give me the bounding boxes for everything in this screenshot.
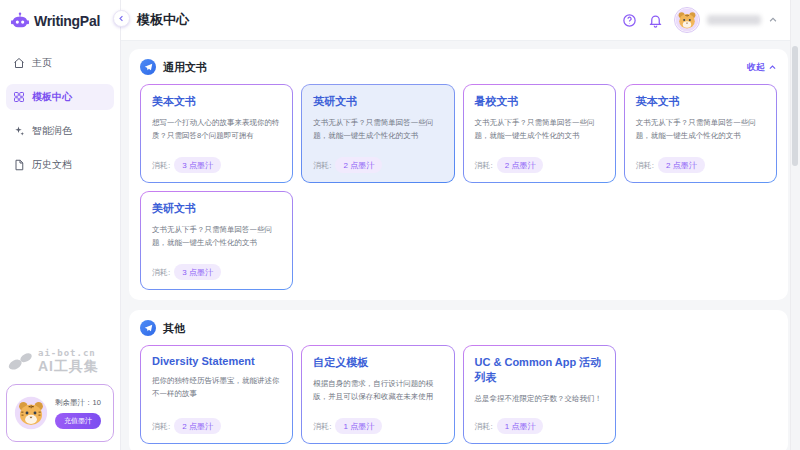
card-title: 美本文书: [152, 94, 281, 109]
header: 模板中心: [121, 0, 800, 41]
sidebar-menu: 主页 模板中心 智能润色 历史文档: [0, 44, 120, 184]
app-name: WritingPal: [34, 13, 100, 29]
card-description: 文书无从下手？只需简单回答一些问题，就能一键生成个性化的文书: [475, 116, 604, 142]
card-cost-row: 消耗: 2 点墨汁: [313, 148, 442, 173]
sidebar-item-label: 模板中心: [32, 90, 72, 104]
card-cost-row: 消耗: 1 点墨汁: [475, 409, 604, 434]
scrollbar[interactable]: [790, 0, 800, 450]
template-card[interactable]: 英研文书 文书无从下手？只需简单回答一些问题，就能一键生成个性化的文书 消耗: …: [301, 84, 454, 183]
card-cost-row: 消耗: 3 点墨汁: [152, 255, 281, 280]
cost-label: 消耗:: [152, 267, 170, 278]
account-card: 剩余墨汁：10 充值墨汁: [6, 384, 114, 442]
recharge-button[interactable]: 充值墨汁: [55, 413, 101, 429]
card-description: 根据自身的需求，自行设计问题的模版，并且可以保存和收藏在未来使用: [313, 377, 442, 403]
card-title: 英本文书: [636, 94, 765, 109]
cost-label: 消耗:: [475, 160, 493, 171]
card-description: 把你的独特经历告诉墨宝，就能讲述你不一样的故事: [152, 374, 281, 400]
ink-balance: 剩余墨汁：10: [55, 398, 101, 408]
sidebar-item-home[interactable]: 主页: [6, 50, 114, 76]
scrollbar-thumb[interactable]: [792, 46, 798, 166]
card-description: 想写一个打动人心的故事来表现你的特质？只需回答8个问题即可拥有: [152, 116, 281, 142]
card-cost-row: 消耗: 1 点墨汁: [313, 409, 442, 434]
header-actions: [622, 7, 778, 33]
card-title: 英研文书: [313, 94, 442, 109]
cost-badge: 3 点墨汁: [174, 264, 221, 280]
cost-label: 消耗:: [475, 421, 493, 432]
paper-plane-icon: [140, 320, 156, 336]
app-logo[interactable]: WritingPal: [0, 0, 120, 44]
help-icon[interactable]: [622, 13, 637, 28]
content: 通用文书 收起 美本文书 想写一个打动人心的故事来表现你的特质？只需回答8个问题…: [121, 41, 800, 450]
grid-icon: [13, 91, 25, 103]
card-description: 总是拿捏不准限定的字数？交给我们！: [475, 392, 604, 405]
section-title: 其他: [163, 321, 185, 336]
template-card[interactable]: 暑校文书 文书无从下手？只需简单回答一些问题，就能一键生成个性化的文书 消耗: …: [463, 84, 616, 183]
main-area: 模板中心: [121, 0, 800, 450]
template-card[interactable]: UC & Common App 活动列表 总是拿捏不准限定的字数？交给我们！ 消…: [463, 345, 616, 444]
cost-label: 消耗:: [152, 421, 170, 432]
watermark-line2: AI工具集: [38, 359, 99, 374]
template-card[interactable]: Diversity Statement 把你的独特经历告诉墨宝，就能讲述你不一样…: [140, 345, 293, 444]
sidebar-item-label: 主页: [32, 56, 52, 70]
card-description: 文书无从下手？只需简单回答一些问题，就能一键生成个性化的文书: [152, 223, 281, 249]
card-grid: 美本文书 想写一个打动人心的故事来表现你的特质？只需回答8个问题即可拥有 消耗:…: [140, 84, 777, 290]
card-cost-row: 消耗: 3 点墨汁: [152, 148, 281, 173]
template-card[interactable]: 美本文书 想写一个打动人心的故事来表现你的特质？只需回答8个问题即可拥有 消耗:…: [140, 84, 293, 183]
collapse-section-link[interactable]: 收起: [747, 61, 777, 74]
cost-label: 消耗:: [313, 160, 331, 171]
cost-badge: 2 点墨汁: [335, 157, 382, 173]
card-title: UC & Common App 活动列表: [475, 355, 604, 385]
section-title: 通用文书: [163, 60, 207, 75]
home-icon: [13, 57, 25, 69]
user-name-blurred: [707, 15, 761, 25]
template-card[interactable]: 美研文书 文书无从下手？只需简单回答一些问题，就能一键生成个性化的文书 消耗: …: [140, 191, 293, 290]
cost-badge: 2 点墨汁: [497, 157, 544, 173]
bell-icon[interactable]: [648, 13, 663, 28]
cost-label: 消耗:: [636, 160, 654, 171]
document-icon: [13, 159, 25, 171]
cost-badge: 2 点墨汁: [658, 157, 705, 173]
collapse-label: 收起: [747, 61, 765, 74]
card-description: 文书无从下手？只需简单回答一些问题，就能一键生成个性化的文书: [313, 116, 442, 142]
tiger-avatar: [14, 396, 48, 430]
card-title: 暑校文书: [475, 94, 604, 109]
card-cost-row: 消耗: 2 点墨汁: [152, 409, 281, 434]
sidebar-item-label: 智能润色: [32, 124, 72, 138]
sidebar-item-template-center[interactable]: 模板中心: [6, 84, 114, 110]
sparkles-icon: [13, 125, 25, 137]
section-panel: 通用文书 收起 美本文书 想写一个打动人心的故事来表现你的特质？只需回答8个问题…: [129, 49, 788, 300]
tiger-avatar: [674, 7, 700, 33]
cost-badge: 3 点墨汁: [174, 157, 221, 173]
card-cost-row: 消耗: 2 点墨汁: [475, 148, 604, 173]
user-menu[interactable]: [674, 7, 778, 33]
card-title: 自定义模板: [313, 355, 442, 370]
account-info: 剩余墨汁：10 充值墨汁: [55, 398, 101, 429]
template-card[interactable]: 英本文书 文书无从下手？只需简单回答一些问题，就能一键生成个性化的文书 消耗: …: [624, 84, 777, 183]
chevron-up-icon: [768, 15, 778, 25]
cost-badge: 2 点墨汁: [174, 418, 221, 434]
sidebar-item-history-docs[interactable]: 历史文档: [6, 152, 114, 178]
section-header: 其他: [140, 320, 777, 336]
chevron-up-icon: [768, 63, 777, 72]
sidebar: WritingPal 主页 模板中心 智能润色 历史文档 ai-bot.cn A…: [0, 0, 121, 450]
ai-bot-logo-icon: [8, 351, 34, 371]
cost-label: 消耗:: [313, 421, 331, 432]
sidebar-collapse-button[interactable]: [113, 10, 130, 27]
section-header: 通用文书 收起: [140, 59, 777, 75]
app-root: WritingPal 主页 模板中心 智能润色 历史文档 ai-bot.cn A…: [0, 0, 800, 450]
card-title: Diversity Statement: [152, 355, 281, 367]
watermark-text: ai-bot.cn AI工具集: [38, 349, 99, 374]
card-grid: Diversity Statement 把你的独特经历告诉墨宝，就能讲述你不一样…: [140, 345, 777, 444]
cost-badge: 1 点墨汁: [497, 418, 544, 434]
cost-label: 消耗:: [152, 160, 170, 171]
watermark: ai-bot.cn AI工具集: [6, 349, 114, 384]
card-title: 美研文书: [152, 201, 281, 216]
sidebar-item-smart-polish[interactable]: 智能润色: [6, 118, 114, 144]
card-description: 文书无从下手？只需简单回答一些问题，就能一键生成个性化的文书: [636, 116, 765, 142]
paper-plane-icon: [140, 59, 156, 75]
sidebar-item-label: 历史文档: [32, 158, 72, 172]
sidebar-bottom: ai-bot.cn AI工具集 剩余墨汁：10 充值墨汁: [0, 343, 120, 450]
writingpal-robot-icon: [10, 11, 30, 31]
template-card[interactable]: 自定义模板 根据自身的需求，自行设计问题的模版，并且可以保存和收藏在未来使用 消…: [301, 345, 454, 444]
page-title: 模板中心: [137, 11, 189, 29]
